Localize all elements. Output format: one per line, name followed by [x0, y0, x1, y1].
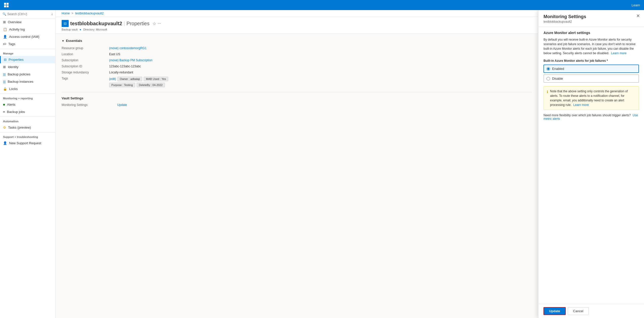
subscription-id-label: Subscription ID	[62, 64, 107, 69]
sidebar-item-access-control[interactable]: 👤 Access control (IAM)	[0, 33, 55, 40]
resource-group-link[interactable]: contosodemorgRG1	[119, 46, 146, 50]
sidebar-item-alerts[interactable]: ■ Alerts	[0, 101, 55, 108]
resource-group-value: (move) contosodemorgRG1	[107, 46, 183, 51]
sidebar-item-overview[interactable]: ⊞ Overview	[0, 18, 55, 26]
resource-group-label: Resource group	[62, 46, 107, 51]
learn-link[interactable]: Learn	[632, 3, 640, 7]
tags-label: Tags	[62, 76, 107, 88]
monitoring-settings-update-link[interactable]: Update	[117, 103, 127, 107]
sidebar-item-properties[interactable]: ⊟ Properties	[0, 56, 55, 63]
directory-label: Directory: Microsoft	[83, 28, 107, 31]
breadcrumb-current[interactable]: testblobbackupvault2	[75, 12, 104, 15]
monitoring-settings-panel: Monitoring Settings testblobbackupvault2…	[538, 10, 644, 318]
tasks-preview-icon: ⚙	[3, 126, 6, 129]
identity-icon: ⊞	[3, 65, 6, 69]
breadcrumb-sep: >	[71, 12, 73, 15]
tags-value: (edit) Owner : adbalaji MAB Used : Yes P…	[107, 76, 183, 88]
breadcrumb: Home > testblobbackupvault2	[56, 10, 538, 17]
page-header: ⊟ testblobbackupvault2 | Properties ☆ ··…	[56, 17, 538, 34]
tag-badge-deleteby: DeleteBy : 04-2022	[137, 83, 165, 87]
panel-body: Azure Monitor alert settings By default …	[538, 27, 644, 304]
tag-badge-owner: Owner : adbalaji	[117, 77, 142, 81]
update-button[interactable]: Update	[543, 307, 566, 315]
subscription-label: Subscription	[62, 58, 107, 63]
panel-title: Monitoring Settings	[543, 14, 639, 19]
vault-settings-section: Vault Settings Monitoring Settings Updat…	[62, 92, 532, 107]
learn-more-link[interactable]: Learn more	[611, 51, 627, 55]
panel-close-button[interactable]: ✕	[636, 14, 640, 18]
monitoring-settings-label: Monitoring Settings	[62, 103, 112, 107]
support-section-label: Support + troubleshooting	[0, 133, 55, 139]
favorite-star-icon[interactable]: ☆	[153, 21, 156, 26]
essentials-title[interactable]: ▼ Essentials	[62, 39, 532, 43]
vault-settings-title: Vault Settings	[62, 96, 532, 100]
storage-redundancy-value: Locally-redundant	[107, 70, 183, 75]
backup-jobs-icon: ≡	[3, 110, 5, 114]
radio-option-disable[interactable]: Disable	[543, 74, 639, 83]
monitoring-section-label: Monitoring + reporting	[0, 95, 55, 101]
radio-disable-input[interactable]	[547, 77, 550, 80]
location-label: Location	[62, 52, 107, 57]
search-input[interactable]	[7, 12, 51, 16]
radio-disable-label[interactable]: Disable	[552, 77, 563, 80]
sidebar-collapse-button[interactable]: ‹	[52, 12, 53, 16]
overview-icon: ⊞	[3, 20, 6, 24]
automation-section-label: Automation	[0, 118, 55, 124]
resource-group-move-link[interactable]: (move)	[109, 46, 118, 50]
essentials-chevron-icon: ▼	[62, 39, 64, 42]
tag-badge-purpose: Purpose : Testing	[109, 83, 135, 87]
tags-edit-link[interactable]: (edit)	[109, 77, 116, 81]
info-learn-more-link[interactable]: Learn more	[573, 103, 589, 107]
activity-log-icon: 📋	[3, 27, 7, 31]
sidebar-item-new-support-request[interactable]: 👤 New Support Request	[0, 139, 55, 147]
info-box: ℹ Note that the above setting only contr…	[543, 86, 639, 110]
sidebar-item-backup-policies[interactable]: ||| Backup policies	[0, 71, 55, 78]
location-value: East US	[107, 52, 183, 57]
more-options-icon[interactable]: ···	[158, 21, 161, 26]
radio-enabled-input[interactable]	[547, 67, 550, 71]
panel-description: By default you will receive built-in Azu…	[543, 37, 639, 55]
sidebar-item-backup-instances[interactable]: ||| Backup instances	[0, 78, 55, 85]
new-support-request-icon: 👤	[3, 141, 7, 145]
cancel-button[interactable]: Cancel	[568, 307, 588, 315]
main-content: Home > testblobbackupvault2 ⊟ testblobba…	[56, 10, 538, 318]
subscription-move-link[interactable]: (move)	[109, 59, 118, 62]
tag-badge-mab: MAB Used : Yes	[144, 77, 168, 81]
panel-header: Monitoring Settings testblobbackupvault2…	[538, 10, 644, 27]
azure-logo	[4, 3, 9, 7]
search-icon: 🔍	[3, 12, 6, 16]
backup-instances-icon: |||	[3, 80, 6, 83]
backup-policies-icon: |||	[3, 72, 6, 76]
access-control-icon: 👤	[3, 35, 7, 39]
storage-redundancy-label: Storage redundancy	[62, 70, 107, 75]
tags-icon: 🏷	[3, 42, 6, 46]
sidebar-item-tasks-preview[interactable]: ⚙ Tasks (preview)	[0, 124, 55, 131]
panel-section-title: Azure Monitor alert settings	[543, 31, 639, 35]
properties-icon: ⊟	[4, 58, 7, 62]
page-resource-name: testblobbackupvault2	[70, 21, 122, 26]
sidebar-item-identity[interactable]: ⊞ Identity	[0, 63, 55, 71]
panel-footer: Update Cancel	[538, 304, 644, 318]
subscription-link[interactable]: Backup PM Subscription	[119, 59, 153, 62]
radio-group-label: Built-in Azure Monitor alerts for job fa…	[543, 59, 639, 63]
vault-icon: ⊟	[62, 20, 69, 27]
sidebar-item-activity-log[interactable]: 📋 Activity log	[0, 26, 55, 33]
sidebar-item-locks[interactable]: 🔒 Locks	[0, 85, 55, 93]
alerts-icon: ■	[3, 103, 5, 106]
panel-subtitle: testblobbackupvault2	[543, 20, 639, 23]
subscription-id-value: 123abc-123abc-123abc	[107, 64, 183, 69]
breadcrumb-home[interactable]: Home	[62, 12, 70, 15]
metric-alerts-row: Need more flexibility over which job fai…	[543, 113, 639, 121]
locks-icon: 🔒	[3, 87, 7, 91]
sidebar-item-tags[interactable]: 🏷 Tags	[0, 40, 55, 48]
resource-type-label: Backup vault	[62, 28, 78, 31]
radio-enabled-label[interactable]: Enabled	[552, 67, 564, 71]
manage-section-label: Manage	[0, 50, 55, 56]
essentials-section: ▼ Essentials Resource group (move) conto…	[62, 39, 532, 88]
page-subtitle: Properties	[127, 21, 150, 26]
directory-dot-icon: ●	[80, 28, 81, 31]
subscription-value: (move) Backup PM Subscription	[107, 58, 183, 63]
radio-option-enabled[interactable]: Enabled	[543, 65, 639, 73]
info-icon: ℹ	[547, 89, 548, 107]
sidebar-item-backup-jobs[interactable]: ≡ Backup jobs	[0, 108, 55, 115]
